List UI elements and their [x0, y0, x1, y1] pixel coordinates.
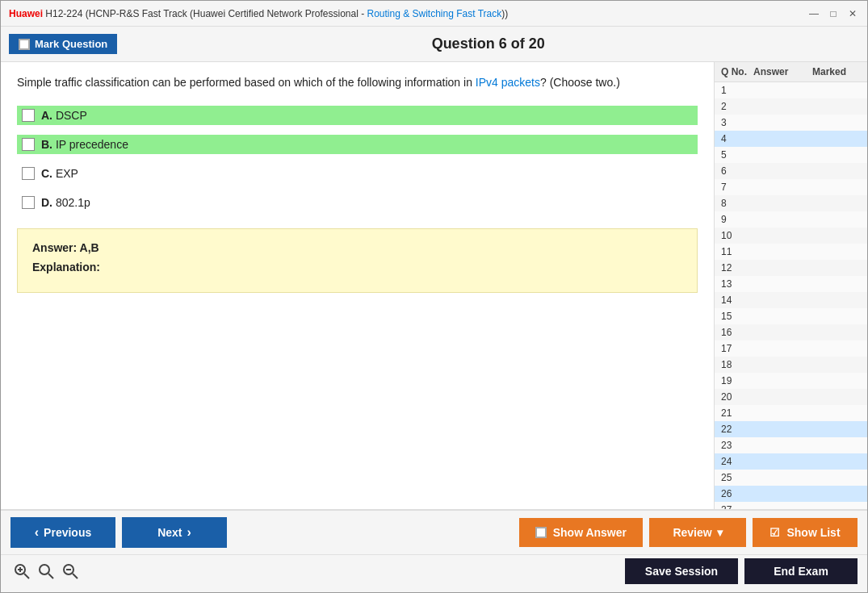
show-list-button[interactable]: ☑ Show List	[753, 518, 858, 547]
nav-row: ‹ Previous Next › Show Answer Review ▾ ☑…	[1, 510, 867, 554]
next-button[interactable]: Next ›	[122, 517, 227, 548]
sidebar-row-16[interactable]: 16	[715, 324, 867, 340]
zoom-reset-button[interactable]	[35, 560, 57, 583]
sidebar-row-6[interactable]: 6	[715, 163, 867, 179]
sidebar-row-12[interactable]: 12	[715, 260, 867, 276]
end-exam-label: End Exam	[774, 565, 828, 578]
sidebar-row-9[interactable]: 9	[715, 211, 867, 228]
zoom-in-icon	[13, 562, 31, 580]
show-answer-label: Show Answer	[553, 526, 627, 539]
sidebar-row-3[interactable]: 3	[715, 115, 867, 131]
sidebar-row-2[interactable]: 2	[715, 98, 867, 115]
mark-checkbox-icon	[19, 39, 30, 50]
option-c[interactable]: C. EXP	[17, 164, 698, 183]
maximize-button[interactable]: □	[827, 7, 840, 20]
sidebar-row-15[interactable]: 15	[715, 308, 867, 324]
option-d[interactable]: D. 802.1p	[17, 193, 698, 212]
question-title: Question 6 of 20	[117, 35, 859, 52]
zoom-reset-icon	[37, 562, 55, 580]
sidebar-header: Q No. Answer Marked	[715, 62, 867, 82]
svg-line-7	[73, 574, 78, 578]
minimize-button[interactable]: —	[807, 7, 820, 20]
bottom-actions-row: Save Session End Exam	[1, 554, 867, 592]
option-c-checkbox[interactable]	[22, 167, 35, 180]
main-content: Simple traffic classification can be per…	[1, 62, 867, 509]
previous-label: Previous	[44, 526, 91, 539]
review-button[interactable]: Review ▾	[649, 518, 746, 547]
question-area: Simple traffic classification can be per…	[1, 62, 714, 509]
show-list-check-icon: ☑	[769, 526, 780, 539]
title-text: Huawei H12-224 (HCNP-R&S Fast Track (Hua…	[9, 8, 508, 19]
toolbar: Mark Question Question 6 of 20	[1, 27, 867, 62]
title-controls: — □ ✕	[807, 7, 859, 20]
explanation-text: Explanation:	[32, 261, 682, 274]
sidebar-row-13[interactable]: 13	[715, 276, 867, 292]
sidebar-row-7[interactable]: 7	[715, 179, 867, 195]
save-session-label: Save Session	[645, 565, 718, 578]
sidebar-row-11[interactable]: 11	[715, 244, 867, 260]
mark-question-button[interactable]: Mark Question	[9, 34, 117, 54]
end-exam-button[interactable]: End Exam	[744, 558, 858, 584]
zoom-in-button[interactable]	[10, 560, 33, 583]
sidebar-row-19[interactable]: 19	[715, 373, 867, 389]
svg-line-5	[48, 574, 53, 578]
next-label: Next	[157, 526, 182, 539]
answer-box: Answer: A,B Explanation:	[17, 228, 698, 293]
option-b-label: B. IP precedence	[41, 138, 128, 151]
option-c-label: C. EXP	[41, 167, 78, 180]
sidebar-list[interactable]: 1 2 3 4 5 6 7 8 9 10 11 12 13 14 15 16 1…	[715, 82, 867, 509]
sidebar-row-24[interactable]: 24	[715, 453, 867, 470]
save-end-group: Save Session End Exam	[625, 558, 858, 584]
next-arrow-icon: ›	[187, 525, 191, 540]
sidebar-marked-header: Marked	[812, 66, 861, 77]
zoom-group	[10, 560, 82, 583]
show-answer-checkbox-icon	[535, 527, 547, 538]
sidebar-row-25[interactable]: 25	[715, 470, 867, 486]
sidebar-row-8[interactable]: 8	[715, 195, 867, 211]
prev-arrow-icon: ‹	[35, 525, 39, 540]
save-session-button[interactable]: Save Session	[625, 558, 738, 584]
option-a[interactable]: A. DSCP	[17, 106, 698, 125]
option-b-checkbox[interactable]	[22, 138, 35, 151]
svg-point-4	[40, 565, 49, 574]
sidebar-row-20[interactable]: 20	[715, 389, 867, 405]
sidebar-row-27[interactable]: 27	[715, 502, 867, 509]
review-label: Review	[673, 526, 711, 539]
main-window: Huawei H12-224 (HCNP-R&S Fast Track (Hua…	[0, 0, 868, 593]
close-button[interactable]: ✕	[846, 7, 859, 20]
mark-question-label: Mark Question	[35, 38, 107, 50]
sidebar-qno-header: Q No.	[721, 66, 753, 77]
sidebar-answer-header: Answer	[753, 66, 812, 77]
zoom-out-icon	[61, 562, 79, 580]
sidebar-row-10[interactable]: 10	[715, 228, 867, 244]
zoom-out-button[interactable]	[59, 560, 82, 583]
option-d-label: D. 802.1p	[41, 196, 90, 209]
title-bar: Huawei H12-224 (HCNP-R&S Fast Track (Hua…	[1, 1, 867, 27]
sidebar: Q No. Answer Marked 1 2 3 4 5 6 7 8 9 10…	[714, 62, 867, 509]
show-answer-button[interactable]: Show Answer	[519, 518, 643, 547]
option-a-label: A. DSCP	[41, 109, 87, 122]
sidebar-row-17[interactable]: 17	[715, 340, 867, 357]
question-text: Simple traffic classification can be per…	[17, 74, 698, 91]
answer-text: Answer: A,B	[32, 241, 682, 254]
sidebar-row-26[interactable]: 26	[715, 486, 867, 502]
sidebar-row-4[interactable]: 4	[715, 131, 867, 147]
sidebar-row-5[interactable]: 5	[715, 147, 867, 163]
option-b[interactable]: B. IP precedence	[17, 135, 698, 154]
option-d-checkbox[interactable]	[22, 196, 35, 209]
show-list-label: Show List	[786, 526, 840, 539]
sidebar-row-22[interactable]: 22	[715, 421, 867, 437]
option-a-checkbox[interactable]	[22, 109, 35, 122]
bottom-bar: ‹ Previous Next › Show Answer Review ▾ ☑…	[1, 509, 867, 592]
sidebar-row-21[interactable]: 21	[715, 405, 867, 421]
sidebar-row-18[interactable]: 18	[715, 357, 867, 373]
sidebar-row-1[interactable]: 1	[715, 82, 867, 98]
previous-button[interactable]: ‹ Previous	[10, 517, 115, 548]
sidebar-row-14[interactable]: 14	[715, 292, 867, 308]
review-dropdown-icon: ▾	[717, 526, 723, 539]
svg-line-1	[24, 574, 29, 578]
sidebar-row-23[interactable]: 23	[715, 437, 867, 453]
title-rest: H12-224 (HCNP-R&S Fast Track (Huawei Cer…	[45, 8, 508, 19]
